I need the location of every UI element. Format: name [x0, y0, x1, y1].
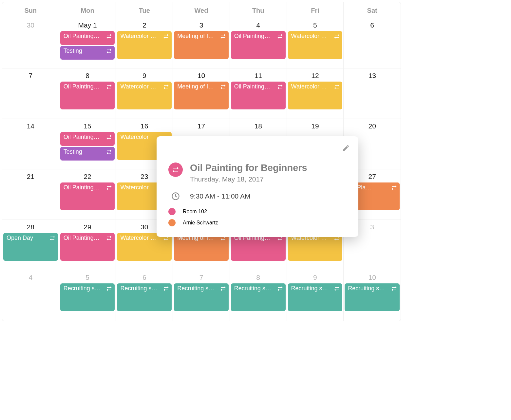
calendar-event[interactable]: Oil Painting… [231, 82, 286, 109]
event-label: Recruiting s… [64, 285, 104, 292]
teacher-color-dot [168, 219, 176, 226]
recurring-icon [106, 286, 112, 292]
day-cell[interactable]: 22Oil Painting… [59, 169, 116, 220]
calendar-event[interactable]: Testing [60, 147, 115, 161]
recurring-icon [106, 48, 112, 54]
recurring-icon [391, 286, 397, 292]
day-cell[interactable]: 14 [2, 119, 59, 169]
day-cell[interactable]: 10Meeting of I… [173, 68, 230, 119]
edit-button[interactable] [342, 144, 350, 152]
calendar-event[interactable]: Watercolor … [117, 82, 172, 109]
day-cell[interactable]: 7Recruiting s… [173, 270, 230, 321]
calendar-event[interactable]: Open Day [3, 233, 58, 261]
day-cell[interactable]: 4Oil Painting… [230, 18, 287, 68]
recurring-icon [106, 134, 112, 140]
recurring-icon [106, 235, 112, 241]
day-number: 5 [287, 18, 344, 31]
day-number: 5 [59, 270, 116, 283]
calendar-event[interactable]: Oil Painting… [60, 182, 115, 210]
calendar-event[interactable]: Oil Painting… [231, 31, 286, 59]
day-cell[interactable]: 5Watercolor … [287, 18, 344, 68]
event-label: Recruiting s… [120, 285, 161, 292]
day-number: 4 [2, 270, 59, 283]
day-cell[interactable]: 12Watercolor … [287, 68, 344, 119]
week-row: 30May 1Oil Painting…Testing2Watercolor …… [2, 18, 401, 68]
week-row: 45Recruiting s…6Recruiting s…7Recruiting… [2, 270, 401, 321]
pencil-icon [342, 144, 350, 152]
event-label: Testing [64, 148, 104, 155]
event-room: Room 102 [183, 209, 207, 215]
day-cell[interactable]: 10Recruiting s… [344, 270, 401, 321]
recurring-icon [106, 33, 112, 39]
weekday-header: Thu [230, 2, 287, 18]
calendar-event[interactable]: Oil Painting… [60, 132, 115, 146]
day-number: 29 [59, 220, 116, 233]
day-cell[interactable]: 9Recruiting s… [287, 270, 344, 321]
day-cell[interactable]: 28Open Day [2, 220, 59, 270]
event-label: Oil Painting… [64, 184, 104, 191]
weekday-header: Sun [2, 2, 59, 18]
calendar-event[interactable]: Watercolor … [117, 233, 172, 261]
calendar-event[interactable]: Meeting of I… [174, 82, 229, 109]
event-time: 9:30 AM - 11:00 AM [190, 192, 250, 200]
day-number: 10 [344, 270, 401, 283]
event-label: Recruiting s… [177, 285, 218, 292]
calendar-event[interactable]: Meeting of I… [174, 233, 229, 261]
day-number: 20 [344, 119, 401, 132]
day-cell[interactable]: 6 [344, 18, 401, 68]
day-cell[interactable]: 7 [2, 68, 59, 119]
day-cell[interactable]: 21 [2, 169, 59, 220]
weekday-header: Fri [287, 2, 344, 18]
day-cell[interactable]: 8Recruiting s… [230, 270, 287, 321]
recurring-icon [106, 149, 112, 155]
day-cell[interactable]: 15Oil Painting…Testing [59, 119, 116, 169]
day-cell[interactable]: 6Recruiting s… [116, 270, 173, 321]
day-cell[interactable]: 13 [344, 68, 401, 119]
weekday-header: Sat [344, 2, 401, 18]
recurring-icon [220, 286, 226, 292]
calendar-event[interactable]: Watercolor … [117, 31, 172, 59]
event-label: Recruiting s… [234, 285, 275, 292]
calendar-event[interactable]: Recruiting s… [231, 283, 286, 311]
calendar-event[interactable]: Oil Painting… [60, 82, 115, 109]
day-number: 14 [2, 119, 59, 132]
calendar-event[interactable]: Recruiting s… [288, 283, 343, 311]
event-label: Watercolor … [291, 33, 332, 40]
calendar-event[interactable]: Testing [60, 46, 115, 60]
event-label: Oil Painting… [234, 33, 275, 40]
calendar-event[interactable]: Recruiting s… [174, 283, 229, 311]
recurring-icon [163, 286, 169, 292]
day-cell[interactable]: May 1Oil Painting…Testing [59, 18, 116, 68]
calendar-event[interactable]: Oil Painting… [231, 233, 286, 261]
day-cell[interactable]: 3Meeting of I… [173, 18, 230, 68]
day-cell[interactable]: 29Oil Painting… [59, 220, 116, 270]
calendar-event[interactable]: Watercolor … [288, 233, 343, 261]
day-cell[interactable]: 2Watercolor … [116, 18, 173, 68]
event-label: Watercolor … [120, 235, 161, 241]
day-cell[interactable]: 9Watercolor … [116, 68, 173, 119]
day-cell[interactable]: 8Oil Painting… [59, 68, 116, 119]
day-cell[interactable]: 4 [2, 270, 59, 321]
recurring-icon [334, 286, 340, 292]
day-cell[interactable]: 11Oil Painting… [230, 68, 287, 119]
day-number: 3 [173, 18, 230, 31]
day-cell[interactable]: 5Recruiting s… [59, 270, 116, 321]
recurring-icon [277, 33, 283, 39]
calendar-event[interactable]: Oil Painting… [60, 31, 115, 45]
day-number: 28 [2, 220, 59, 233]
calendar-event[interactable]: Recruiting s… [345, 283, 400, 311]
calendar-event[interactable]: Meeting of I… [174, 31, 229, 59]
day-cell[interactable]: 30 [2, 18, 59, 68]
calendar-event[interactable]: Recruiting s… [60, 283, 115, 311]
calendar-event[interactable]: Recruiting s… [117, 283, 172, 311]
day-number: 16 [116, 119, 173, 132]
calendar-event[interactable]: Watercolor … [288, 82, 343, 109]
event-label: Watercolor … [120, 83, 161, 90]
event-label: Recruiting s… [291, 285, 332, 292]
weekday-header-row: SunMonTueWedThuFriSat [2, 2, 401, 18]
room-color-dot [168, 208, 176, 215]
calendar-event[interactable]: Oil Painting… [60, 233, 115, 261]
day-number: May 1 [59, 18, 116, 31]
event-label: Meeting of I… [177, 83, 218, 90]
calendar-event[interactable]: Watercolor … [288, 31, 343, 59]
